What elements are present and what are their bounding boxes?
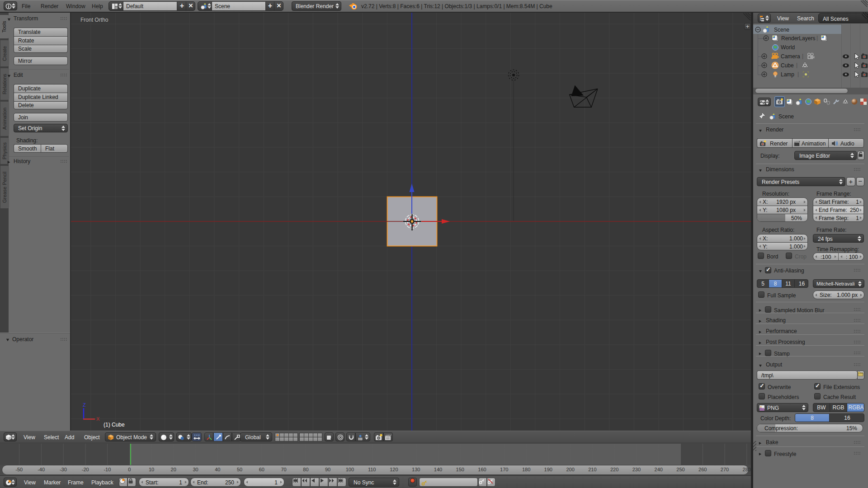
svg-text:X: X (96, 416, 100, 422)
svg-text:Z: Z (83, 402, 86, 408)
